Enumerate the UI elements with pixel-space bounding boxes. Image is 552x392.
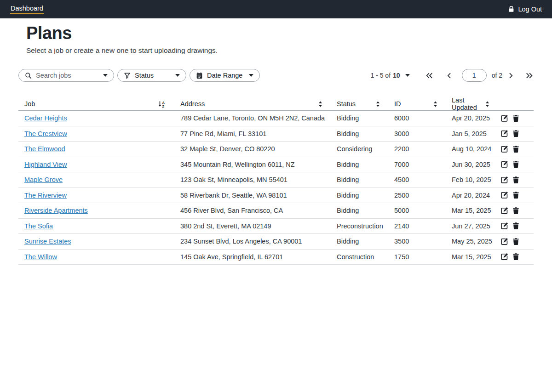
edit-button[interactable] — [500, 207, 508, 215]
status-filter-label: Status — [135, 72, 154, 79]
top-navigation-bar: Dashboard Log Out — [0, 0, 552, 18]
search-icon — [25, 72, 32, 79]
job-link[interactable]: Riverside Apartments — [24, 207, 88, 214]
rows-per-page-select[interactable]: 1 - 5 of 10 — [370, 72, 409, 79]
search-input[interactable] — [36, 72, 99, 79]
job-cell: The Riverview — [18, 192, 174, 199]
column-header-id: ID — [388, 100, 446, 108]
id-cell: 7000 — [388, 161, 446, 168]
job-link[interactable]: The Elmwood — [24, 145, 65, 153]
edit-pencil-icon — [500, 238, 508, 245]
trash-icon — [512, 207, 520, 215]
last-updated-cell: Apr 20, 2024 — [446, 192, 498, 199]
table-row: Riverside Apartments 456 River Blvd, San… — [18, 203, 534, 219]
job-link[interactable]: The Sofia — [24, 222, 53, 230]
page-title: Plans — [26, 23, 552, 43]
search-jobs-combobox[interactable] — [18, 69, 114, 82]
sort-up-down-icon[interactable] — [485, 101, 490, 107]
job-cell: The Sofia — [18, 222, 174, 230]
delete-button[interactable] — [512, 114, 520, 122]
sort-up-down-icon[interactable] — [433, 101, 438, 107]
chevron-down-icon — [249, 74, 253, 77]
chevron-left-icon — [447, 73, 451, 79]
delete-button[interactable] — [512, 191, 520, 199]
edit-button[interactable] — [500, 160, 508, 168]
edit-pencil-icon — [500, 160, 508, 168]
previous-page-button[interactable] — [446, 72, 452, 80]
last-page-button[interactable] — [525, 72, 534, 80]
delete-button[interactable] — [512, 253, 520, 261]
job-link[interactable]: The Willow — [24, 253, 57, 261]
last-updated-cell: May 25, 2025 — [446, 238, 498, 245]
edit-pencil-icon — [500, 145, 508, 153]
actions-cell — [498, 130, 534, 137]
double-chevron-right-icon — [526, 73, 533, 79]
delete-button[interactable] — [512, 238, 520, 245]
job-link[interactable]: The Riverview — [24, 192, 67, 199]
next-page-button[interactable] — [508, 72, 514, 80]
address-cell: 456 River Blvd, San Francisco, CA — [174, 207, 331, 214]
page-header: Plans Select a job or create a new one t… — [26, 23, 552, 55]
delete-button[interactable] — [512, 160, 520, 168]
job-cell: Cedar Heights — [18, 114, 174, 122]
trash-icon — [512, 114, 520, 122]
edit-button[interactable] — [500, 222, 508, 230]
edit-button[interactable] — [500, 253, 508, 261]
edit-button[interactable] — [500, 176, 508, 184]
edit-button[interactable] — [500, 145, 508, 153]
sort-alpha-down-icon[interactable] — [157, 101, 167, 108]
filter-group: Status Date Range — [18, 69, 260, 82]
last-updated-cell: Mar 15, 2025 — [446, 207, 498, 214]
status-filter-dropdown[interactable]: Status — [117, 69, 186, 82]
job-cell: Highland View — [18, 161, 174, 168]
job-link[interactable]: Cedar Heights — [24, 114, 67, 122]
date-range-filter-label: Date Range — [207, 72, 242, 79]
job-link[interactable]: Sunrise Estates — [24, 238, 71, 245]
actions-cell — [498, 176, 534, 184]
table-row: Cedar Heights 789 Cedar Lane, Toronto, O… — [18, 111, 534, 126]
delete-button[interactable] — [512, 130, 520, 137]
table-row: Sunrise Estates 234 Sunset Blvd, Los Ang… — [18, 234, 534, 250]
page-number-input[interactable] — [462, 69, 487, 82]
address-cell: 145 Oak Ave, Springfield, IL 62701 — [174, 253, 331, 261]
trash-icon — [512, 238, 520, 245]
trash-icon — [512, 130, 520, 137]
job-link[interactable]: The Crestview — [24, 130, 67, 137]
logout-label: Log Out — [518, 6, 542, 13]
dashboard-link[interactable]: Dashboard — [10, 4, 44, 14]
edit-button[interactable] — [500, 238, 508, 245]
job-link[interactable]: Maple Grove — [24, 176, 63, 183]
sort-up-down-icon[interactable] — [318, 101, 323, 107]
address-cell: 380 2nd St, Everett, MA 02149 — [174, 222, 331, 230]
date-range-filter-dropdown[interactable]: Date Range — [190, 69, 260, 82]
last-updated-cell: Jun 30, 2025 — [446, 161, 498, 168]
sort-up-down-icon[interactable] — [375, 101, 380, 107]
edit-button[interactable] — [500, 114, 508, 122]
status-cell: Bidding — [331, 238, 388, 245]
address-cell: 77 Pine Rd, Miami, FL 33101 — [174, 130, 331, 137]
table-row: The Riverview 58 Riverbank Dr, Seattle, … — [18, 188, 534, 204]
job-cell: The Elmwood — [18, 145, 174, 153]
first-page-button[interactable] — [425, 72, 434, 80]
range-label: 1 - 5 of — [370, 72, 391, 79]
delete-button[interactable] — [512, 176, 520, 184]
chevron-down-icon[interactable] — [103, 74, 108, 77]
edit-button[interactable] — [500, 191, 508, 199]
delete-button[interactable] — [512, 222, 520, 230]
last-updated-cell: Feb 10, 2025 — [446, 176, 498, 183]
logout-button[interactable]: Log Out — [508, 6, 542, 13]
job-link[interactable]: Highland View — [24, 161, 67, 168]
page-subtitle: Select a job or create a new one to star… — [26, 46, 552, 55]
column-label: ID — [394, 100, 401, 108]
id-cell: 5000 — [388, 207, 446, 214]
edit-button[interactable] — [500, 130, 508, 137]
trash-icon — [512, 160, 520, 168]
actions-cell — [498, 114, 534, 122]
delete-button[interactable] — [512, 145, 520, 153]
delete-button[interactable] — [512, 207, 520, 215]
id-cell: 3000 — [388, 130, 446, 137]
status-cell: Bidding — [331, 161, 388, 168]
trash-icon — [512, 191, 520, 199]
id-cell: 6000 — [388, 114, 446, 122]
chevron-right-icon — [509, 73, 513, 79]
